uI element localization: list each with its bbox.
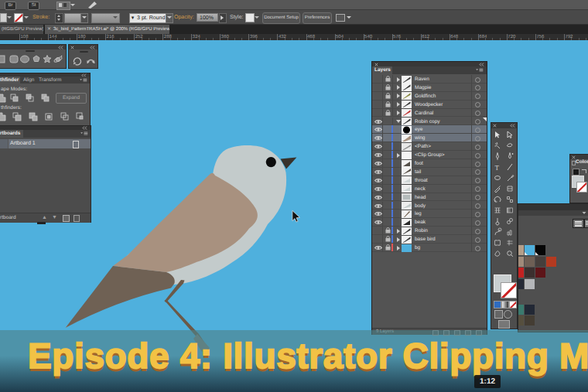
svg-text:T: T	[495, 164, 500, 172]
